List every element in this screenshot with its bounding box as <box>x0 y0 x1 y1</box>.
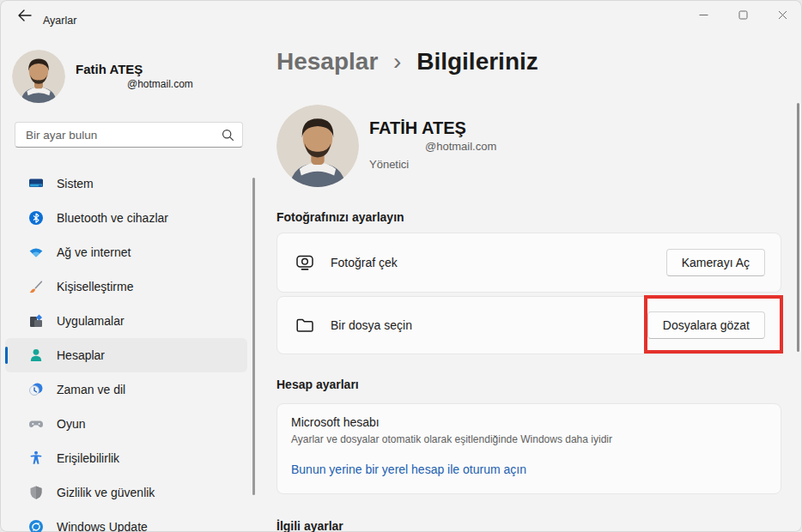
sidebar-item-bluetooth[interactable]: Bluetooth ve cihazlar <box>5 201 247 235</box>
user-photo-large <box>276 105 359 187</box>
related-section-title: İlgili ayarlar <box>276 519 343 532</box>
sidebar-item-label: Ağ ve internet <box>57 245 131 259</box>
accessibility-icon <box>27 450 45 467</box>
sidebar-item-zaman-ve-dil[interactable]: Zaman ve dil <box>5 372 247 407</box>
sidebar-item-label: Oyun <box>57 417 85 431</box>
maximize-button[interactable] <box>723 0 763 29</box>
window-controls <box>684 0 802 29</box>
settings-nav: Sistem Bluetooth ve cihazlar Ağ ve inter… <box>5 166 247 532</box>
breadcrumb: Hesaplar › Bilgileriniz <box>276 48 538 76</box>
sidebar-item-label: Bluetooth ve cihazlar <box>57 211 168 225</box>
account-section-title: Hesap ayarları <box>276 378 359 391</box>
time-language-icon <box>27 381 45 398</box>
take-photo-card: Fotoğraf çek Kamerayı Aç <box>276 233 781 293</box>
folder-icon <box>295 315 315 336</box>
search-input[interactable] <box>15 123 242 147</box>
settings-search <box>15 122 243 148</box>
windows-update-icon <box>27 518 45 532</box>
minimize-button[interactable] <box>684 0 723 29</box>
microsoft-account-description: Ayarlar ve dosyalar otomatik olarak eşit… <box>291 433 612 445</box>
gaming-icon <box>27 415 45 432</box>
sidebar-user-avatar[interactable] <box>12 50 65 103</box>
sidebar-item-sistem[interactable]: Sistem <box>5 166 247 201</box>
close-icon <box>778 10 787 20</box>
profile-avatar <box>276 105 359 187</box>
profile-role: Yönetici <box>369 158 409 171</box>
choose-file-row: Bir dosya seçin Dosyalara gözat <box>277 297 781 354</box>
bluetooth-icon <box>27 209 45 227</box>
local-account-link[interactable]: Bunun yerine bir yerel hesap ile oturum … <box>291 462 526 476</box>
profile-name: FATİH ATEŞ <box>369 118 466 138</box>
profile-email: @hotmail.com <box>425 140 496 153</box>
browse-files-button[interactable]: Dosyalara gözat <box>647 311 765 339</box>
network-icon <box>27 244 45 261</box>
sidebar-item-oyun[interactable]: Oyun <box>5 407 247 441</box>
sidebar-user-email: @hotmail.com <box>127 78 193 90</box>
personalization-icon <box>27 278 45 295</box>
sidebar-item-label: Gizlilik ve güvenlik <box>57 486 155 499</box>
breadcrumb-separator-icon: › <box>393 48 401 75</box>
settings-window: Ayarlar Fatih ATEŞ @hotmail.com <box>0 0 802 532</box>
sidebar-item-ag-ve-internet[interactable]: Ağ ve internet <box>5 235 247 269</box>
photo-section-title: Fotoğrafınızı ayarlayın <box>276 210 404 224</box>
page-title: Bilgileriniz <box>416 48 538 75</box>
sidebar-item-hesaplar[interactable]: Hesaplar <box>5 338 247 372</box>
microsoft-account-title: Microsoft hesabı <box>291 415 380 429</box>
sidebar-item-label: Hesaplar <box>57 348 105 362</box>
search-icon <box>222 129 234 142</box>
close-button[interactable] <box>763 0 802 29</box>
selection-pill <box>5 347 8 364</box>
open-camera-button[interactable]: Kamerayı Aç <box>666 249 765 276</box>
privacy-icon <box>27 484 45 501</box>
take-photo-label: Fotoğraf çek <box>331 256 398 269</box>
take-photo-row: Fotoğraf çek Kamerayı Aç <box>277 233 781 292</box>
accounts-icon <box>27 347 45 364</box>
microsoft-account-card: Microsoft hesabı Ayarlar ve dosyalar oto… <box>276 403 781 494</box>
apps-icon <box>27 312 45 329</box>
sidebar-item-label: Kişiselleştirme <box>57 280 133 293</box>
sidebar-item-label: Erişilebilirlik <box>57 451 119 465</box>
sidebar-scrollbar[interactable] <box>252 178 255 495</box>
user-photo <box>12 50 65 103</box>
sidebar-item-label: Sistem <box>57 177 94 190</box>
minimize-icon <box>699 10 708 20</box>
choose-file-card: Bir dosya seçin Dosyalara gözat <box>276 296 781 354</box>
sidebar-item-uygulamalar[interactable]: Uygulamalar <box>5 304 247 338</box>
camera-icon <box>295 252 315 273</box>
sidebar-item-label: Zaman ve dil <box>57 383 125 396</box>
sidebar-item-label: Windows Update <box>57 520 148 532</box>
choose-file-label: Bir dosya seçin <box>331 318 412 332</box>
sidebar-item-windows-update[interactable]: Windows Update <box>5 510 247 532</box>
window-title: Ayarlar <box>43 15 76 27</box>
breadcrumb-parent[interactable]: Hesaplar <box>276 48 378 75</box>
maximize-icon <box>738 10 748 20</box>
sidebar-item-gizlilik-ve-guvenlik[interactable]: Gizlilik ve güvenlik <box>5 475 247 510</box>
back-button[interactable] <box>10 5 38 26</box>
system-icon <box>27 175 45 192</box>
back-arrow-icon <box>17 9 32 21</box>
main-scrollbar[interactable] <box>797 103 799 352</box>
sidebar-user-name: Fatih ATEŞ <box>76 62 143 76</box>
sidebar-item-kisisellestirme[interactable]: Kişiselleştirme <box>5 269 247 304</box>
sidebar-item-erisilebilirlik[interactable]: Erişilebilirlik <box>5 441 247 475</box>
sidebar-item-label: Uygulamalar <box>57 314 125 328</box>
